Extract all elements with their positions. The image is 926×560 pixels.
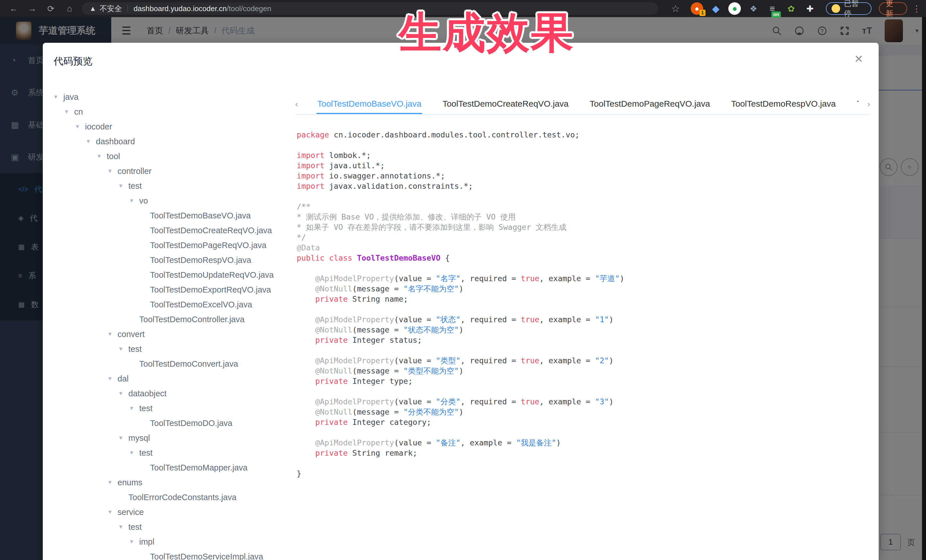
paused-label: 已暂停: [844, 0, 866, 18]
tab-ToolTestDemoBaseVO.java[interactable]: ToolTestDemoBaseVO.java: [307, 94, 432, 114]
tree-node[interactable]: ToolTestDemoBaseVO.java: [53, 208, 287, 223]
tree-node[interactable]: ▼iocoder: [53, 119, 287, 134]
tree-node[interactable]: ▼convert: [53, 327, 287, 341]
tree-node[interactable]: ToolTestDemoDO.java: [53, 416, 287, 430]
tree-caret-icon[interactable]: ▼: [107, 168, 118, 174]
tab-ToolTestDemoPageReqVO.java[interactable]: ToolTestDemoPageReqVO.java: [579, 94, 720, 114]
tree-caret-icon[interactable]: ▼: [107, 479, 118, 486]
tree-caret-icon[interactable]: ▼: [129, 405, 139, 411]
code-line: @ApiModelProperty(value = "状态", required…: [297, 314, 869, 325]
paused-extension-button[interactable]: 已暂停: [826, 2, 872, 15]
extension-green-plant-icon[interactable]: ✿: [785, 2, 797, 15]
tree-node[interactable]: ▼mysql: [53, 430, 287, 445]
tree-caret-icon[interactable]: ▼: [118, 183, 129, 189]
extension-blue-diamond-icon[interactable]: ❖: [747, 2, 760, 15]
tree-caret-icon[interactable]: ▼: [129, 198, 139, 204]
extension-puzzle-icon[interactable]: ✚: [803, 2, 816, 15]
tree-node[interactable]: ToolTestDemoController.java: [53, 312, 287, 327]
tree-caret-icon[interactable]: ▼: [107, 331, 118, 337]
tree-node-label: test: [129, 522, 142, 532]
tree-node-label: ToolTestDemoBaseVO.java: [150, 211, 251, 220]
tree-caret-icon[interactable]: ▼: [64, 109, 74, 115]
tree-node[interactable]: ToolTestDemoServiceImpl.java: [53, 549, 287, 560]
tree-node[interactable]: ToolTestDemoRespVO.java: [53, 253, 287, 267]
tree-caret-icon[interactable]: ▼: [107, 376, 118, 382]
extension-list-on-icon[interactable]: ≡on: [766, 2, 779, 15]
tree-caret-icon[interactable]: ▼: [97, 153, 107, 159]
bookmark-star-icon[interactable]: ☆: [671, 3, 680, 14]
tree-caret-icon[interactable]: ▼: [107, 509, 118, 515]
chrome-update-button[interactable]: 更新: [879, 2, 907, 15]
tree-caret-icon[interactable]: ▼: [118, 435, 129, 441]
tree-node[interactable]: ▼java: [53, 89, 287, 104]
tree-node[interactable]: ToolErrorCodeConstants.java: [53, 490, 287, 505]
tree-node-label: ToolTestDemoServiceImpl.java: [150, 552, 263, 560]
tree-caret-icon[interactable]: ▼: [118, 390, 129, 397]
tabs-strip: ToolTestDemoBaseVO.javaToolTestDemoCreat…: [307, 94, 859, 114]
tree-node[interactable]: ▼test: [53, 445, 287, 460]
tree-node[interactable]: ▼cn: [53, 104, 287, 119]
code-line: @ApiModelProperty(value = "名字", required…: [297, 273, 869, 284]
code-line: @NotNull(message = "状态不能为空"): [297, 325, 869, 335]
tree-node[interactable]: ▼enums: [53, 475, 287, 490]
tree-node[interactable]: ▼service: [53, 505, 287, 519]
update-label: 更新: [886, 0, 900, 18]
tree-node[interactable]: ▼test: [53, 341, 287, 356]
tree-node-label: ToolTestDemoPageReqVO.java: [150, 241, 266, 250]
code-line: private String name;: [297, 294, 869, 304]
code-viewer[interactable]: package cn.iocoder.dashboard.modules.too…: [297, 130, 869, 560]
tree-node[interactable]: ▼impl: [53, 534, 287, 549]
tree-node[interactable]: ▼test: [53, 178, 287, 193]
tab-ToolTestDemoCreateReqVO.java[interactable]: ToolTestDemoCreateReqVO.java: [432, 94, 579, 114]
tree-caret-icon[interactable]: ▼: [86, 138, 96, 145]
close-icon[interactable]: ✕: [854, 54, 863, 65]
tree-node[interactable]: ▼dal: [53, 371, 287, 386]
tree-node[interactable]: ▼controller: [53, 164, 287, 178]
ext-glyph: ✿: [788, 4, 795, 14]
tree-node-label: ToolTestDemoRespVO.java: [150, 255, 251, 265]
tree-caret-icon[interactable]: ▼: [75, 124, 85, 130]
extension-blue-gem-icon[interactable]: ◆: [710, 2, 722, 15]
tree-node[interactable]: ToolTestDemoMapper.java: [53, 460, 287, 475]
tree-node-label: ToolTestDemoUpdateReqVO.java: [150, 270, 274, 280]
tree-node[interactable]: ▼dataobject: [53, 386, 287, 401]
code-line: @ApiModelProperty(value = "备注", example …: [297, 438, 869, 448]
tabs-scroll-right-icon[interactable]: ›: [859, 94, 870, 114]
annotation-stamp: 生成效果: [399, 5, 575, 62]
forward-icon[interactable]: →: [27, 4, 37, 14]
extension-ubuntu-orange-icon[interactable]: ●1: [691, 2, 703, 15]
code-line: [297, 345, 869, 356]
tree-caret-icon[interactable]: ▼: [118, 346, 129, 352]
tree-caret-icon[interactable]: ▼: [129, 450, 139, 456]
home-icon[interactable]: ⌂: [65, 4, 74, 14]
url-path: /tool/codegen: [227, 4, 271, 13]
tree-node[interactable]: ToolTestDemoUpdateReqVO.java: [53, 267, 287, 282]
back-icon[interactable]: ←: [9, 4, 18, 14]
tree-node[interactable]: ▼test: [53, 401, 287, 416]
tab-ToolTe[interactable]: ToolTe: [846, 94, 859, 114]
tree-node[interactable]: ToolTestDemoCreateReqVO.java: [53, 223, 287, 238]
tree-node[interactable]: ToolTestDemoPageReqVO.java: [53, 238, 287, 253]
tree-node-label: iocoder: [85, 122, 112, 131]
tab-ToolTestDemoRespVO.java[interactable]: ToolTestDemoRespVO.java: [720, 94, 846, 114]
tree-node[interactable]: ToolTestDemoExcelVO.java: [53, 297, 287, 312]
tree-node-label: ToolTestDemoExcelVO.java: [150, 300, 252, 309]
tree-node[interactable]: ▼tool: [53, 149, 287, 164]
tree-node-label: ToolTestDemoExportReqVO.java: [150, 285, 271, 294]
tree-caret-icon[interactable]: ▼: [129, 539, 139, 545]
security-label[interactable]: 不安全: [100, 4, 122, 14]
refresh-icon[interactable]: ⟳: [46, 4, 56, 14]
extension-green-check-icon[interactable]: ●: [728, 2, 741, 15]
tree-caret-icon[interactable]: ▼: [118, 524, 129, 530]
tree-node[interactable]: ▼test: [53, 519, 287, 534]
tree-node-label: controller: [118, 166, 151, 176]
tree-node[interactable]: ToolTestDemoConvert.java: [53, 356, 287, 371]
tree-node[interactable]: ▼vo: [53, 193, 287, 208]
tabs-scroll-left-icon[interactable]: ‹: [295, 94, 307, 114]
page-scrollbar[interactable]: [922, 17, 926, 560]
insecure-warning-icon: ▲: [89, 5, 96, 12]
browser-menu-icon[interactable]: ⋮: [912, 4, 921, 14]
tree-node[interactable]: ▼dashboard: [53, 134, 287, 149]
tree-node[interactable]: ToolTestDemoExportReqVO.java: [53, 282, 287, 297]
tree-caret-icon[interactable]: ▼: [53, 94, 64, 100]
